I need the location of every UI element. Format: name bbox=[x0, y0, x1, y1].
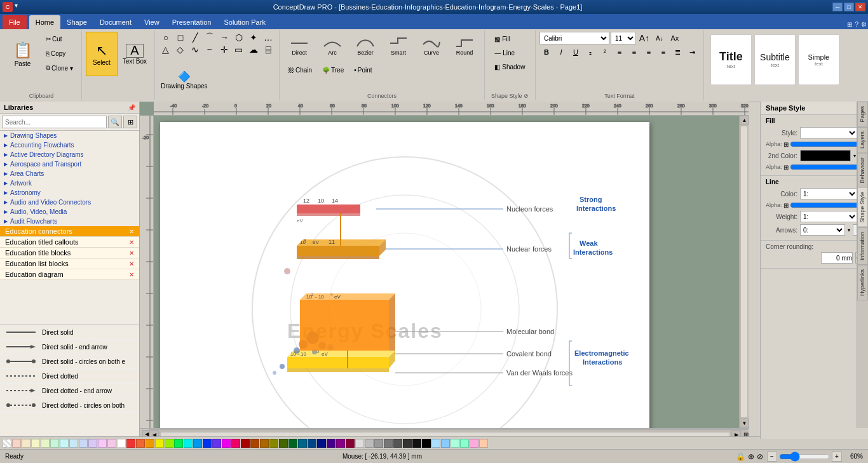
minimize-button[interactable]: ─ bbox=[832, 3, 843, 11]
color-swatch-18[interactable] bbox=[184, 439, 193, 448]
color-swatch-41[interactable] bbox=[403, 439, 412, 448]
status-icon-zoom-actual[interactable]: ⊘ bbox=[757, 452, 763, 461]
smart-button[interactable]: Smart bbox=[383, 32, 414, 60]
shape-rect[interactable]: □ bbox=[173, 32, 187, 43]
library-grid-btn[interactable]: ⊞ bbox=[123, 116, 137, 128]
color-swatch-43[interactable] bbox=[422, 439, 431, 448]
bezier-button[interactable]: Bezier bbox=[349, 32, 381, 60]
vertical-scrollbar[interactable]: ▲ ▼ bbox=[739, 116, 749, 428]
color-swatch-13[interactable] bbox=[136, 439, 145, 448]
lib-area-charts[interactable]: ▶ Area Charts bbox=[0, 169, 139, 178]
shape-direct-dotted[interactable]: Direct dotted bbox=[0, 369, 139, 384]
library-search-btn[interactable]: 🔍 bbox=[108, 116, 122, 128]
close-education-title-blocks[interactable]: ✕ bbox=[129, 250, 134, 257]
simple-style-btn[interactable]: Simple text bbox=[798, 34, 839, 85]
subtitle-style-btn[interactable]: Subtitle text bbox=[754, 34, 796, 85]
color-swatch-30[interactable] bbox=[298, 439, 307, 448]
color-swatch-33[interactable] bbox=[327, 439, 336, 448]
lib-education-diagram[interactable]: Education diagram ✕ bbox=[0, 269, 139, 280]
color-swatch-27[interactable] bbox=[269, 439, 278, 448]
color-swatch-49[interactable] bbox=[479, 439, 488, 448]
line-color-dropdown[interactable]: 1: bbox=[800, 188, 858, 199]
clone-button[interactable]: ⧉Clone ▾ bbox=[41, 61, 78, 75]
close-education-diagram[interactable]: ✕ bbox=[129, 271, 134, 278]
shape-arrow[interactable]: → bbox=[217, 32, 231, 43]
copy-button[interactable]: ⎘Copy bbox=[41, 46, 78, 60]
italic-btn[interactable]: I bbox=[554, 46, 568, 58]
text-box-button[interactable]: A Text Box bbox=[119, 32, 151, 76]
color-swatch-23[interactable] bbox=[231, 439, 240, 448]
status-icon-zoom-fit[interactable]: ⊕ bbox=[748, 452, 754, 461]
color-swatch-31[interactable] bbox=[308, 439, 316, 448]
drawing-shapes-big-btn[interactable]: 🔷 Drawing Shapes bbox=[159, 58, 210, 102]
lib-active-dir[interactable]: ▶ Active Directory Diagrams bbox=[0, 150, 139, 159]
shape-cylinder[interactable]: ⌸ bbox=[261, 44, 275, 55]
close-education-list-blocks[interactable]: ✕ bbox=[129, 260, 134, 267]
tab-file[interactable]: File bbox=[3, 15, 27, 29]
lib-audit[interactable]: ▶ Audit Flowcharts bbox=[0, 217, 139, 226]
settings-icon[interactable]: ⚙ bbox=[861, 21, 867, 28]
shape-tri[interactable]: △ bbox=[159, 44, 173, 55]
close-education-connectors[interactable]: ✕ bbox=[129, 228, 134, 235]
color-swatch-12[interactable] bbox=[126, 439, 135, 448]
color-swatch-14[interactable] bbox=[146, 439, 154, 448]
tab-view[interactable]: View bbox=[138, 15, 166, 29]
lib-education-callouts[interactable]: Education titled callouts ✕ bbox=[0, 237, 139, 248]
superscript-btn[interactable]: ² bbox=[598, 46, 612, 58]
lib-drawing-shapes[interactable]: ▶ Drawing Shapes bbox=[0, 131, 139, 140]
color-swatch-6[interactable] bbox=[69, 439, 78, 448]
shape-direct-solid[interactable]: Direct solid bbox=[0, 325, 139, 340]
vscroll-thumb[interactable] bbox=[741, 126, 747, 417]
sys-menu[interactable]: ▾ bbox=[15, 2, 18, 12]
color-swatch-35[interactable] bbox=[346, 439, 355, 448]
vscroll-up-btn[interactable]: ▲ bbox=[740, 116, 749, 125]
font-clear-btn[interactable]: Ax bbox=[668, 32, 682, 44]
lib-education-list-blocks[interactable]: Education list blocks ✕ bbox=[0, 258, 139, 269]
shape-cloud[interactable]: ☁ bbox=[247, 44, 261, 55]
corner-rounding-input[interactable] bbox=[821, 252, 853, 264]
color-swatch-10[interactable] bbox=[107, 439, 116, 448]
direct-button[interactable]: Direct bbox=[283, 32, 315, 60]
point-button[interactable]: • Point bbox=[349, 63, 376, 77]
shape-direct-solid-circles[interactable]: Direct solid - circles on both e bbox=[0, 354, 139, 369]
paste-button[interactable]: 📋 Paste bbox=[5, 32, 40, 76]
font-size-shrink-btn[interactable]: A↓ bbox=[653, 32, 667, 44]
color-swatch-1[interactable] bbox=[22, 439, 31, 448]
cut-button[interactable]: ✂Cut bbox=[41, 32, 78, 46]
tab-document[interactable]: Document bbox=[93, 15, 138, 29]
subscript-btn[interactable]: ₂ bbox=[583, 46, 597, 58]
color-swatch-28[interactable] bbox=[279, 439, 288, 448]
arc-button[interactable]: Arc bbox=[316, 32, 348, 60]
color-swatch-17[interactable] bbox=[174, 439, 183, 448]
list-btn[interactable]: ≣ bbox=[671, 46, 685, 58]
align-right-btn[interactable]: ≡ bbox=[642, 46, 656, 58]
shape-round-rect[interactable]: ▭ bbox=[232, 44, 246, 55]
shape-direct-dotted-circles[interactable]: Direct dotted - circles on both bbox=[0, 398, 139, 413]
shape-arc[interactable]: ⌒ bbox=[203, 32, 217, 43]
fill-style-dropdown[interactable] bbox=[800, 127, 858, 138]
chain-button[interactable]: ⛓ Chain bbox=[283, 63, 316, 77]
title-style-btn[interactable]: Title text bbox=[710, 34, 752, 85]
shape-diamond[interactable]: ◇ bbox=[173, 44, 187, 55]
color-swatch-44[interactable] bbox=[431, 439, 440, 448]
color-swatch-8[interactable] bbox=[88, 439, 97, 448]
side-tab-behaviour[interactable]: Behaviour bbox=[857, 153, 868, 188]
lib-aerospace[interactable]: ▶ Aerospace and Transport bbox=[0, 159, 139, 169]
tab-home[interactable]: Home bbox=[29, 15, 60, 29]
color-swatch-36[interactable] bbox=[355, 439, 364, 448]
side-tab-hyperlinks[interactable]: Hyperlinks bbox=[857, 265, 868, 300]
lib-pin-btn[interactable]: 📌 bbox=[128, 104, 135, 111]
zoom-out-btn[interactable]: − bbox=[767, 452, 777, 462]
shape-more[interactable]: … bbox=[261, 32, 275, 43]
align-center-btn[interactable]: ≡ bbox=[627, 46, 641, 58]
color-swatch-2[interactable] bbox=[31, 439, 40, 448]
help-icon[interactable]: ? bbox=[855, 21, 858, 28]
shadow-button[interactable]: ◧ Shadow bbox=[490, 60, 529, 74]
shape-direct-solid-end-arrow[interactable]: Direct solid - end arrow bbox=[0, 340, 139, 354]
library-search-input[interactable] bbox=[2, 116, 107, 128]
font-family-select[interactable]: Calibri bbox=[539, 32, 609, 44]
tab-solution-park[interactable]: Solution Park bbox=[217, 15, 271, 29]
indent-btn[interactable]: ⇥ bbox=[686, 46, 700, 58]
color-swatch-3[interactable] bbox=[41, 439, 50, 448]
font-size-select[interactable]: 11 bbox=[611, 32, 636, 44]
